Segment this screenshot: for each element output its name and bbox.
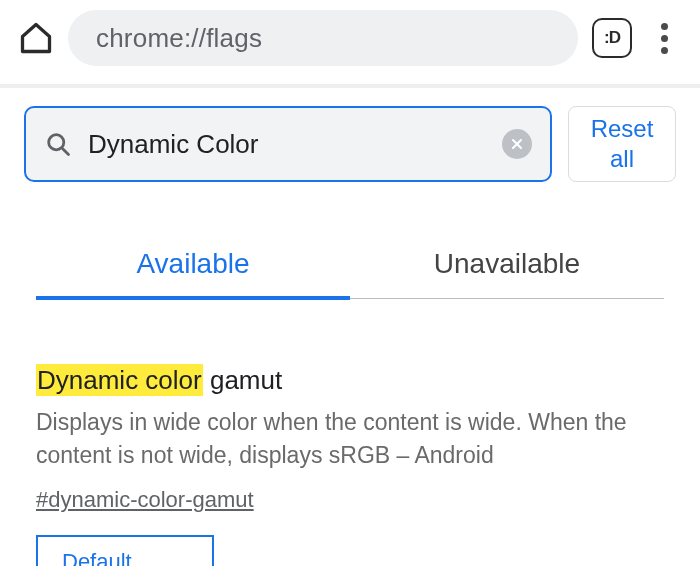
tab-unavailable[interactable]: Unavailable [350,234,664,298]
flag-title: Dynamic color gamut [36,365,664,396]
tab-available[interactable]: Available [36,234,350,298]
search-input[interactable] [88,129,486,160]
extension-badge[interactable]: :D [592,18,632,58]
flags-tabs: Available Unavailable [36,234,664,299]
overflow-menu-icon[interactable] [646,20,682,56]
search-icon [44,130,72,158]
flags-search-row: Reset all [0,88,700,206]
flag-state-dropdown[interactable]: Default [36,535,214,566]
flags-search-box [24,106,552,182]
flag-anchor-link[interactable]: #dynamic-color-gamut [36,487,254,513]
svg-line-1 [63,149,69,155]
reset-all-button[interactable]: Reset all [568,106,676,182]
svg-point-0 [49,135,64,150]
address-bar[interactable]: chrome://flags [68,10,578,66]
home-icon[interactable] [18,20,54,56]
flag-result: Dynamic color gamut Displays in wide col… [0,299,700,566]
address-bar-text: chrome://flags [96,23,262,54]
clear-search-icon[interactable] [502,129,532,159]
flag-description: Displays in wide color when the content … [36,406,664,473]
browser-top-bar: chrome://flags :D [0,0,700,84]
flag-title-highlight: Dynamic color [36,364,203,396]
flag-title-rest: gamut [203,365,283,395]
